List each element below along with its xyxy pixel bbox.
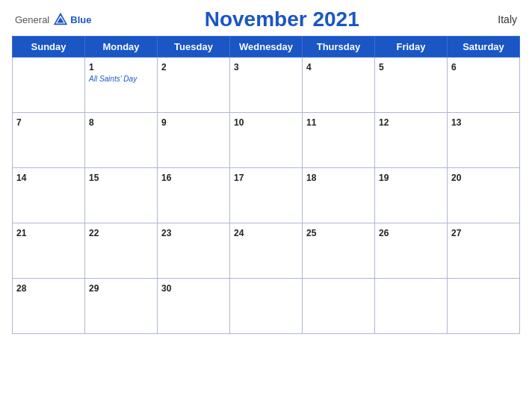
day-number: 17 (234, 173, 244, 183)
col-friday: Friday (375, 37, 448, 58)
day-number: 28 (16, 283, 26, 294)
day-number: 29 (89, 283, 99, 294)
col-saturday: Saturday (448, 37, 520, 58)
day-cell: 5 (375, 58, 448, 113)
day-cell: 3 (230, 58, 303, 113)
day-number: 19 (379, 173, 389, 183)
day-cell: 9 (158, 113, 230, 168)
day-number: 2 (161, 62, 167, 72)
day-number: 1 (89, 62, 94, 72)
page: General Blue November 2021 Italy Sunday … (0, 0, 532, 411)
calendar-table: Sunday Monday Tuesday Wednesday Thursday… (12, 36, 520, 334)
day-cell: 11 (303, 113, 375, 168)
calendar-title: November 2021 (91, 7, 472, 31)
day-cell: 23 (158, 223, 230, 279)
day-cell: 1All Saints' Day (85, 58, 158, 113)
day-number: 21 (16, 228, 26, 238)
week-row-4: 21222324252627 (13, 223, 520, 279)
day-cell: 2 (158, 58, 230, 113)
day-number: 12 (379, 117, 389, 128)
day-number: 24 (234, 228, 244, 238)
day-cell (375, 279, 448, 334)
day-cell: 10 (230, 113, 303, 168)
day-number: 7 (16, 117, 22, 128)
day-number: 9 (161, 117, 167, 128)
day-cell: 30 (158, 279, 230, 334)
day-number: 22 (89, 228, 99, 238)
day-number: 20 (451, 173, 461, 183)
day-cell: 18 (303, 168, 375, 223)
day-number: 25 (306, 228, 316, 238)
col-sunday: Sunday (13, 37, 85, 58)
day-number: 27 (451, 228, 461, 238)
col-monday: Monday (85, 37, 158, 58)
day-cell: 16 (158, 168, 230, 223)
day-number: 13 (451, 117, 461, 128)
day-number: 16 (161, 173, 171, 183)
week-row-3: 14151617181920 (13, 168, 520, 223)
day-number: 10 (234, 117, 244, 128)
day-number: 4 (306, 62, 312, 72)
day-cell: 26 (375, 223, 448, 279)
day-cell: 8 (85, 113, 158, 168)
day-cell: 29 (85, 279, 158, 334)
day-number: 14 (16, 173, 26, 183)
week-row-1: 1All Saints' Day23456 (13, 58, 520, 113)
day-cell: 15 (85, 168, 158, 223)
day-number: 5 (379, 62, 384, 72)
logo: General Blue (15, 11, 91, 28)
day-cell: 6 (448, 58, 520, 113)
week-row-5: 282930 (13, 279, 520, 334)
col-tuesday: Tuesday (158, 37, 230, 58)
day-number: 3 (234, 62, 239, 72)
day-number: 15 (89, 173, 99, 183)
holiday-label: All Saints' Day (89, 75, 153, 83)
day-cell: 13 (448, 113, 520, 168)
header: General Blue November 2021 Italy (12, 7, 520, 31)
day-number: 18 (306, 173, 316, 183)
country-label: Italy (472, 13, 517, 25)
day-cell: 22 (85, 223, 158, 279)
day-cell: 24 (230, 223, 303, 279)
day-cell (303, 279, 375, 334)
day-cell: 27 (448, 223, 520, 279)
day-cell: 12 (375, 113, 448, 168)
day-number: 6 (451, 62, 457, 72)
day-number: 23 (161, 228, 171, 238)
day-cell: 21 (13, 223, 85, 279)
day-number: 30 (161, 283, 171, 294)
day-cell: 28 (13, 279, 85, 334)
col-wednesday: Wednesday (230, 37, 303, 58)
logo-general: General (15, 14, 49, 25)
day-cell: 19 (375, 168, 448, 223)
col-thursday: Thursday (303, 37, 375, 58)
day-cell (230, 279, 303, 334)
day-cell: 25 (303, 223, 375, 279)
logo-icon (52, 11, 69, 28)
day-number: 26 (379, 228, 389, 238)
day-number: 11 (306, 117, 316, 128)
day-cell: 7 (13, 113, 85, 168)
day-cell (13, 58, 85, 113)
week-row-2: 78910111213 (13, 113, 520, 168)
day-cell: 17 (230, 168, 303, 223)
days-header-row: Sunday Monday Tuesday Wednesday Thursday… (13, 37, 520, 58)
day-cell (448, 279, 520, 334)
day-cell: 14 (13, 168, 85, 223)
day-number: 8 (89, 117, 94, 128)
day-cell: 4 (303, 58, 375, 113)
logo-blue: Blue (70, 14, 91, 25)
day-cell: 20 (448, 168, 520, 223)
